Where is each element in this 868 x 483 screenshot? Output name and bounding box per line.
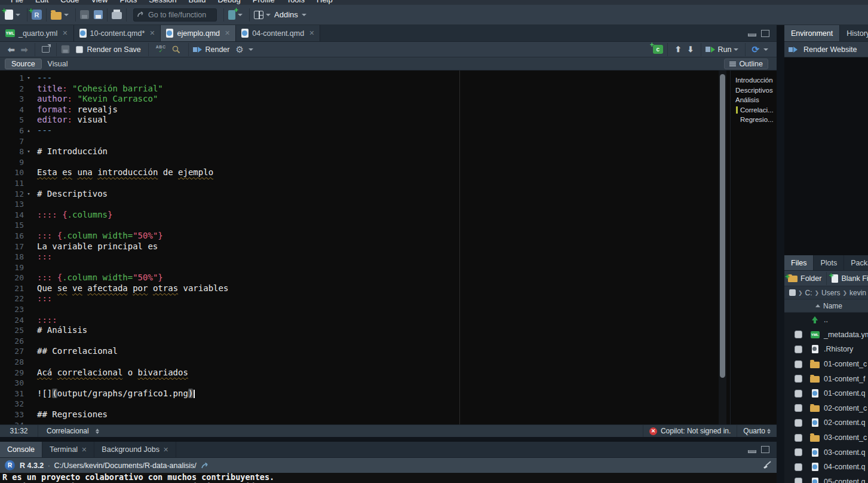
fold-toggle-icon[interactable]: ▴: [24, 126, 33, 136]
breadcrumb-item[interactable]: kevin: [849, 289, 866, 297]
file-checkbox[interactable]: [795, 331, 802, 338]
file-name[interactable]: _metadata.ym: [824, 331, 868, 339]
open-file-icon[interactable]: [51, 12, 62, 20]
save-all-icon[interactable]: [94, 10, 103, 19]
file-name[interactable]: ..: [824, 316, 828, 324]
code-line[interactable]: 34: [0, 420, 717, 424]
new-file-dropdown-icon[interactable]: [16, 14, 20, 16]
code-line[interactable]: 17La variable principal es: [0, 242, 717, 252]
code-line[interactable]: 22:::: [0, 294, 717, 304]
file-row[interactable]: 04-content.q: [784, 460, 868, 475]
name-column-header[interactable]: Name: [823, 302, 842, 310]
file-checkbox[interactable]: [795, 390, 802, 398]
code-line[interactable]: 21Que se ve afectada por otras variables: [0, 283, 717, 294]
insert-chunk-icon[interactable]: c: [653, 45, 663, 54]
tab-packages[interactable]: Packages: [844, 255, 868, 270]
go-to-file-input[interactable]: Go to file/function: [133, 8, 217, 22]
file-row[interactable]: 02-content.q: [784, 415, 868, 430]
close-tab-icon[interactable]: ✕: [149, 29, 155, 37]
file-checkbox[interactable]: [795, 448, 802, 456]
workspace-panes-icon[interactable]: [254, 11, 263, 19]
editor-tab[interactable]: 04-content.qmd✕: [236, 25, 320, 41]
code-line[interactable]: 10Esta es una introducción de ejemplo: [0, 167, 717, 178]
menu-help[interactable]: Help: [311, 0, 339, 5]
new-file-icon[interactable]: [5, 10, 13, 20]
code-line[interactable]: 14:::: {.columns}: [0, 210, 717, 221]
tab-plots[interactable]: Plots: [814, 255, 844, 270]
file-row[interactable]: 02-content_c: [784, 401, 868, 416]
go-next-section-icon[interactable]: ⬇: [688, 45, 694, 54]
new-folder-button[interactable]: Folder: [800, 274, 821, 283]
code-editor[interactable]: 1▾---2title: "Cohesión barrial"3author: …: [0, 71, 777, 424]
sort-ascending-icon[interactable]: [815, 304, 820, 307]
file-checkbox[interactable]: [795, 346, 802, 353]
file-name[interactable]: 01-content_f: [824, 375, 866, 383]
forward-icon[interactable]: ➡: [21, 45, 28, 54]
render-button[interactable]: Render: [205, 45, 229, 54]
code-line[interactable]: 26: [0, 336, 717, 347]
file-name[interactable]: .Rhistory: [824, 345, 853, 353]
file-checkbox[interactable]: [795, 375, 802, 383]
editor-tab[interactable]: 10-content.qmd*✕: [74, 25, 161, 41]
menu-file[interactable]: File: [5, 0, 29, 5]
tab-environment[interactable]: Environment: [784, 25, 840, 41]
code-line[interactable]: 20::: {.column width="50%"}: [0, 273, 717, 283]
file-name[interactable]: 02-content_c: [824, 404, 867, 412]
section-spinner-icon[interactable]: [96, 429, 99, 434]
file-name[interactable]: 01-content_c: [824, 360, 867, 368]
code-line[interactable]: 24::::: [0, 315, 717, 326]
print-icon[interactable]: [112, 12, 122, 19]
maximize-pane-icon[interactable]: [761, 30, 769, 37]
file-checkbox[interactable]: [795, 360, 802, 368]
code-line[interactable]: 27## Correlacional: [0, 346, 717, 357]
menu-profile[interactable]: Profile: [247, 0, 281, 5]
version-control-icon[interactable]: [228, 10, 235, 20]
code-line[interactable]: 28: [0, 357, 717, 368]
code-line[interactable]: 12▾# Descriptivos: [0, 189, 717, 200]
menu-view[interactable]: View: [85, 0, 114, 5]
file-row[interactable]: .Rhistory: [784, 342, 868, 357]
close-tab-icon[interactable]: ✕: [309, 29, 314, 37]
maximize-pane-icon[interactable]: [761, 446, 769, 453]
close-tab-icon[interactable]: ✕: [62, 29, 68, 37]
console-tab[interactable]: Terminal✕: [42, 442, 94, 457]
new-blank-file-icon[interactable]: [832, 274, 838, 283]
addins-dropdown-icon[interactable]: [302, 14, 306, 16]
minimize-pane-icon[interactable]: [748, 33, 756, 36]
code-line[interactable]: 6▴---: [0, 126, 717, 136]
file-name[interactable]: 03-content.q: [824, 448, 866, 457]
file-row[interactable]: 05-content.q: [784, 475, 868, 483]
code-line[interactable]: 5editor: visual: [0, 115, 717, 126]
code-line[interactable]: 19: [0, 262, 717, 273]
open-directory-arrow-icon[interactable]: [201, 462, 210, 469]
breadcrumb-item[interactable]: Users: [821, 289, 840, 297]
console-tab[interactable]: Console: [0, 442, 42, 457]
new-project-icon[interactable]: R: [32, 10, 42, 20]
code-line[interactable]: 8▾# Introducción: [0, 146, 717, 157]
file-name[interactable]: 01-content.q: [824, 389, 866, 398]
close-tab-icon[interactable]: ✕: [81, 446, 87, 454]
outline-toggle-button[interactable]: Outline: [724, 59, 768, 69]
render-settings-gear-icon[interactable]: ⚙: [235, 44, 243, 55]
file-row[interactable]: 01-content.q: [784, 386, 868, 401]
tab-source[interactable]: Source: [5, 59, 42, 69]
render-on-save-checkbox[interactable]: [76, 46, 83, 53]
render-website-button[interactable]: Render Website: [803, 45, 857, 54]
spellcheck-icon[interactable]: ABC✓: [156, 45, 166, 54]
code-line[interactable]: 16::: {.column width="50%"}: [0, 231, 717, 242]
panes-dropdown-icon[interactable]: [266, 14, 271, 16]
menu-debug[interactable]: Debug: [211, 0, 246, 5]
console-output[interactable]: R es un proyecto colaborativo con muchos…: [0, 473, 777, 483]
rerun-dropdown-icon[interactable]: [763, 48, 768, 51]
menu-session[interactable]: Session: [143, 0, 182, 5]
outline-item[interactable]: Regresio...: [731, 115, 777, 125]
file-row[interactable]: YML_metadata.ym: [784, 328, 868, 343]
code-line[interactable]: 4format: revealjs: [0, 105, 717, 115]
outline-item[interactable]: Correlaci...: [731, 105, 777, 115]
menu-code[interactable]: Code: [54, 0, 85, 5]
file-checkbox[interactable]: [795, 404, 802, 412]
code-line[interactable]: 1▾---: [0, 73, 717, 84]
tab-files[interactable]: Files: [784, 255, 814, 270]
clear-console-broom-icon[interactable]: [762, 461, 772, 470]
tab-history[interactable]: History: [840, 25, 868, 41]
